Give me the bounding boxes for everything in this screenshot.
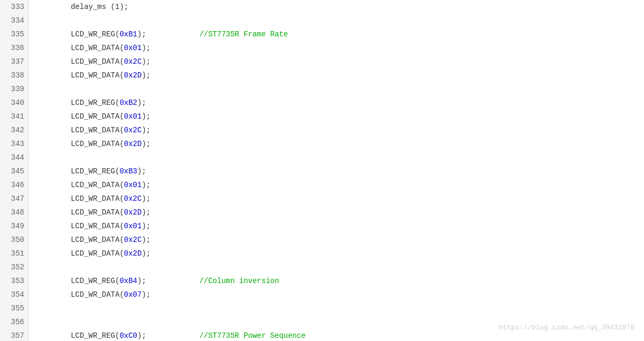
code-line: LCD_WR_DATA(0x07); [35, 288, 644, 301]
line-number: 357 [0, 329, 28, 341]
line-number: 340 [0, 96, 28, 110]
line-number: 351 [0, 247, 28, 260]
code-line: LCD_WR_DATA(0x2C); [35, 233, 644, 247]
code-line: LCD_WR_DATA(0x01); [35, 178, 644, 192]
code-token: 0xB2 [120, 96, 138, 110]
code-token: 0x2C [124, 55, 142, 69]
code-token: 0x2D [124, 206, 142, 219]
code-token: LCD_WR_DATA( [35, 69, 124, 82]
code-token: ); [137, 164, 146, 178]
code-line: LCD_WR_DATA(0x01); [35, 110, 644, 123]
line-number: 339 [0, 82, 28, 96]
code-token: 0xB4 [120, 274, 138, 288]
line-number: 347 [0, 192, 28, 206]
code-line [35, 14, 644, 27]
code-token: LCD_WR_DATA( [35, 55, 124, 69]
code-token: LCD_WR_REG( [35, 164, 120, 178]
code-line: LCD_WR_DATA(0x2D); [35, 206, 644, 219]
code-line: LCD_WR_DATA(0x2C); [35, 123, 644, 137]
code-token: ); [142, 69, 151, 82]
code-token: ); [142, 288, 151, 301]
line-number: 342 [0, 123, 28, 137]
code-token: ); [142, 55, 151, 69]
line-number: 338 [0, 69, 28, 82]
line-number-gutter: 3333343353363373383393403413423433443453… [0, 0, 29, 341]
code-token: ); [142, 219, 151, 233]
code-token: 0x2C [124, 192, 142, 206]
code-token: LCD_WR_REG( [35, 274, 120, 288]
code-token: ); [142, 123, 151, 137]
code-token: LCD_WR_DATA( [35, 247, 124, 260]
code-token: 0x2D [124, 247, 142, 260]
code-line [35, 82, 644, 96]
code-token: LCD_WR_REG( [35, 96, 120, 110]
code-line: LCD_WR_DATA(0x2D); [35, 137, 644, 151]
code-token: 0x07 [124, 288, 142, 301]
code-token: 0x01 [124, 219, 142, 233]
code-token: ); [137, 27, 199, 41]
code-token: LCD_WR_DATA( [35, 123, 124, 137]
line-number: 335 [0, 27, 28, 41]
code-line: LCD_WR_DATA(0x01); [35, 219, 644, 233]
code-line: LCD_WR_REG(0xB3); [35, 164, 644, 178]
line-number: 355 [0, 301, 28, 315]
code-token: LCD_WR_DATA( [35, 137, 124, 151]
code-line [35, 151, 644, 164]
line-number: 353 [0, 274, 28, 288]
line-number: 350 [0, 233, 28, 247]
code-line [35, 260, 644, 274]
code-token: LCD_WR_DATA( [35, 219, 124, 233]
code-token: LCD_WR_DATA( [35, 178, 124, 192]
code-token: 0x01 [124, 41, 142, 55]
code-token: ); [137, 329, 199, 341]
code-token: 0xB1 [120, 27, 138, 41]
code-token: //ST7735R Power Sequence [199, 329, 306, 341]
code-token: ); [142, 137, 151, 151]
code-token: LCD_WR_DATA( [35, 110, 124, 123]
code-token: 0x01 [124, 110, 142, 123]
line-number: 348 [0, 206, 28, 219]
line-number: 346 [0, 178, 28, 192]
code-line: LCD_WR_DATA(0x2D); [35, 69, 644, 82]
line-number: 336 [0, 41, 28, 55]
code-token: ); [137, 274, 199, 288]
line-number: 333 [0, 0, 28, 14]
code-token: 0x2D [124, 69, 142, 82]
code-token: LCD_WR_REG( [35, 27, 120, 41]
code-content[interactable]: delay_ms (1); LCD_WR_REG(0xB1); //ST7735… [29, 0, 644, 341]
code-token: 0x2C [124, 123, 142, 137]
line-number: 344 [0, 151, 28, 164]
code-token: //Column inversion [199, 274, 279, 288]
line-number: 345 [0, 164, 28, 178]
code-editor: 3333343353363373383393403413423433443453… [0, 0, 644, 341]
code-token: ); [142, 233, 151, 247]
code-token: LCD_WR_DATA( [35, 233, 124, 247]
line-number: 354 [0, 288, 28, 301]
line-number: 337 [0, 55, 28, 69]
code-token: 0xB3 [120, 164, 138, 178]
code-line: LCD_WR_DATA(0x2D); [35, 247, 644, 260]
code-token: ); [142, 178, 151, 192]
code-line: LCD_WR_REG(0xB1); //ST7735R Frame Rate [35, 27, 644, 41]
code-token: ); [142, 247, 151, 260]
line-number: 356 [0, 315, 28, 329]
code-token: delay_ms (1); [35, 0, 128, 14]
line-number: 349 [0, 219, 28, 233]
line-number: 341 [0, 110, 28, 123]
code-token: ); [142, 192, 151, 206]
code-line: delay_ms (1); [35, 0, 644, 14]
code-line: LCD_WR_DATA(0x2C); [35, 55, 644, 69]
line-number: 352 [0, 260, 28, 274]
code-token: LCD_WR_DATA( [35, 288, 124, 301]
line-number: 334 [0, 14, 28, 27]
code-token: 0x2C [124, 233, 142, 247]
code-token: //ST7735R Frame Rate [199, 27, 288, 41]
code-token: ); [137, 96, 146, 110]
code-token: LCD_WR_DATA( [35, 192, 124, 206]
code-token: LCD_WR_DATA( [35, 206, 124, 219]
code-token: 0xC0 [120, 329, 138, 341]
watermark: https://blog.csdn.net/qq_39432978 [499, 324, 635, 332]
code-token: ); [142, 110, 151, 123]
code-token: LCD_WR_REG( [35, 329, 120, 341]
code-token: 0x01 [124, 178, 142, 192]
